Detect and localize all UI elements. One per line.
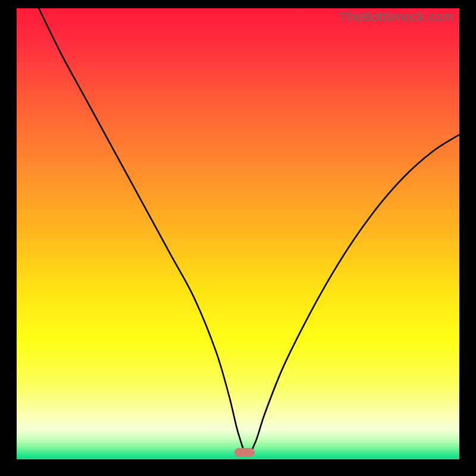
watermark-label: TheBottleneck.com: [339, 10, 453, 25]
bottleneck-curve: [17, 8, 459, 459]
optimum-marker: [234, 448, 255, 457]
chart-stage: TheBottleneck.com: [0, 0, 476, 476]
plot-frame: TheBottleneck.com: [8, 0, 468, 468]
plot-area: TheBottleneck.com: [17, 8, 459, 459]
